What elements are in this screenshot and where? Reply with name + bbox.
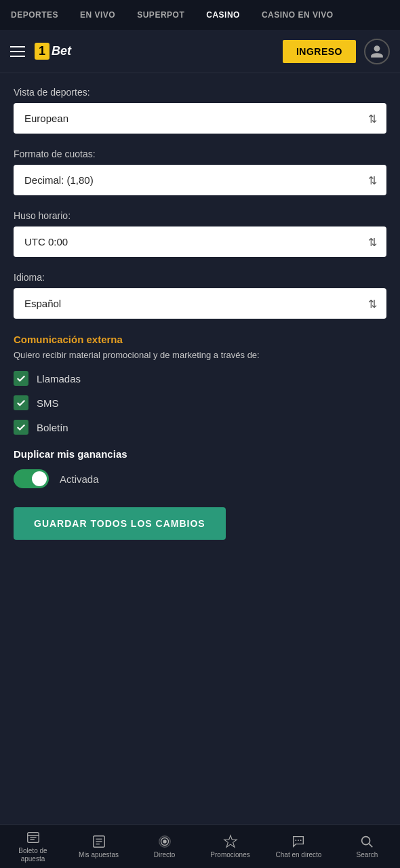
user-account-icon[interactable] [364,39,390,64]
logo-text: Bet [52,44,71,58]
timezone-label: Huso horario: [14,210,386,221]
sports-view-select-wrapper: European ⇅ [14,103,386,134]
language-select-wrapper: Español ⇅ [14,288,386,319]
communication-description: Quiero recibir material promocional y de… [14,349,386,361]
communication-title: Comunicación externa [14,334,386,345]
nav-superpot[interactable]: SUPERPOT [133,7,188,22]
duplicar-toggle[interactable] [14,469,49,488]
nav-casino[interactable]: CASINO [202,7,244,22]
header: 1 Bet INGRESO [0,30,400,73]
top-navigation: DEPORTES EN VIVO SUPERPOT CASINO CASINO … [0,0,400,30]
language-section: Idioma: Español ⇅ [14,272,386,319]
sports-view-label: Vista de deportes: [14,87,386,98]
sports-view-section: Vista de deportes: European ⇅ [14,87,386,134]
nav-en-vivo[interactable]: EN VIVO [76,7,119,22]
language-label: Idioma: [14,272,386,283]
bottom-nav-chat-label: Chat en directo [276,851,322,859]
search-icon [359,834,374,849]
bottom-nav-boleto-label: Boleto deapuesta [18,847,47,863]
chat-icon [291,834,306,849]
main-content: Vista de deportes: European ⇅ Formato de… [0,73,400,608]
ticket-icon [26,830,41,845]
duplicar-toggle-label: Activada [60,473,99,485]
svg-point-14 [362,836,370,844]
duplicar-title: Duplicar mis ganancias [14,448,386,460]
odds-format-select[interactable]: Decimal: (1,80) [14,165,386,195]
language-select[interactable]: Español [14,288,386,319]
bottom-nav-chat[interactable]: Chat en directo [276,834,322,859]
hamburger-menu[interactable] [10,46,25,57]
communication-section: Comunicación externa Quiero recibir mate… [14,334,386,435]
bottom-nav-search-label: Search [357,851,378,859]
bottom-navigation: Boleto deapuesta Mis apuestas Directo Pr… [0,824,400,868]
promo-icon [223,834,238,849]
svg-point-13 [300,840,302,841]
bottom-nav-mis-apuestas-label: Mis apuestas [79,851,119,859]
radio-icon [157,834,172,849]
checkbox-boletin-box [14,420,28,435]
bottom-nav-directo-label: Directo [154,851,176,859]
checkbox-sms[interactable]: SMS [14,395,386,410]
checkbox-sms-box [14,395,28,410]
toggle-row: Activada [14,469,386,488]
timezone-section: Huso horario: UTC 0:00 ⇅ [14,210,386,257]
checkbox-boletin[interactable]: Boletín [14,420,386,435]
sports-view-select[interactable]: European [14,103,386,134]
checkbox-llamadas[interactable]: Llamadas [14,371,386,386]
bottom-nav-promociones-label: Promociones [210,851,249,859]
checkbox-llamadas-label: Llamadas [37,373,81,384]
checkbox-boletin-label: Boletín [37,422,68,433]
odds-format-select-wrapper: Decimal: (1,80) ⇅ [14,165,386,195]
duplicar-section: Duplicar mis ganancias Activada [14,448,386,488]
checkbox-sms-label: SMS [37,397,59,409]
logo-number: 1 [35,43,49,60]
ingreso-button[interactable]: INGRESO [283,40,356,63]
bottom-nav-mis-apuestas[interactable]: Mis apuestas [79,834,119,859]
save-button[interactable]: GUARDAR TODOS LOS CAMBIOS [14,507,226,540]
bottom-nav-directo[interactable]: Directo [144,834,185,859]
nav-deportes[interactable]: DEPORTES [7,7,62,22]
nav-casino-en-vivo[interactable]: CASINO EN VIVO [258,7,338,22]
odds-format-label: Formato de cuotas: [14,149,386,159]
bottom-nav-search[interactable]: Search [346,834,387,859]
bottom-nav-promociones[interactable]: Promociones [210,834,251,859]
checkbox-llamadas-box [14,371,28,386]
bottom-nav-boleto[interactable]: Boleto deapuesta [13,830,54,863]
svg-point-8 [163,840,167,844]
timezone-select[interactable]: UTC 0:00 [14,226,386,257]
svg-point-12 [298,840,300,841]
svg-line-15 [369,844,373,847]
logo: 1 Bet [35,43,71,60]
timezone-select-wrapper: UTC 0:00 ⇅ [14,226,386,257]
svg-point-11 [296,840,297,841]
odds-format-section: Formato de cuotas: Decimal: (1,80) ⇅ [14,149,386,195]
list-icon [92,834,106,849]
